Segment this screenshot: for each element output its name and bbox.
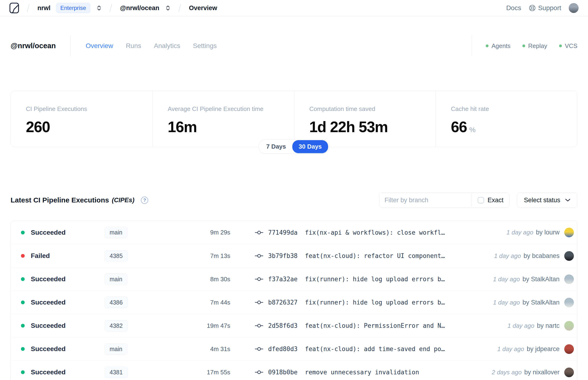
support-link[interactable]: Support [529, 4, 561, 12]
git-commit-icon [255, 277, 264, 282]
cipe-meta-cell: 1 day ago by StalkAltan [493, 274, 577, 284]
time-ago: 1 day ago [493, 276, 520, 283]
stat-cache-hit-rate: Cache hit rate 66% [436, 91, 577, 147]
branch-chip[interactable]: 4385 [104, 250, 128, 262]
chevron-down-icon [565, 198, 570, 202]
breadcrumb-workspace[interactable]: @nrwl/ocean [120, 4, 159, 12]
help-icon[interactable]: ? [141, 197, 148, 204]
branch-chip[interactable]: main [104, 273, 128, 285]
integration-vcs[interactable]: VCS [559, 42, 577, 50]
branch-chip[interactable]: main [104, 227, 128, 238]
commit-text[interactable]: 0918b0be remove unnecessary invalidation [268, 369, 419, 376]
tab-overview[interactable]: Overview [86, 42, 113, 50]
integration-label: Replay [528, 42, 547, 50]
cipes-section-header: Latest CI Pipeline Executions (CIPEs) ? … [11, 192, 577, 208]
range-30-days[interactable]: 30 Days [292, 140, 328, 153]
cipe-branch-cell: main [104, 343, 164, 355]
commit-text[interactable]: dfed80d3 feat(nx-cloud): add time-saved … [268, 345, 445, 353]
workspace-selector-icon[interactable] [165, 5, 171, 11]
branch-filter-group: Exact [379, 192, 510, 208]
tab-runs[interactable]: Runs [126, 42, 141, 50]
stat-value: 16m [168, 118, 294, 136]
status-dot-icon [21, 370, 25, 374]
cipe-meta-cell: 1 day ago by nartc [508, 321, 577, 331]
commit-text[interactable]: 3b79fb38 feat(nx-cloud): refactor UI com… [268, 252, 445, 259]
branch-chip[interactable]: main [104, 343, 128, 355]
cipe-meta-cell: 1 day ago by lourw [506, 228, 577, 237]
commit-text[interactable]: f37a32ae fix(runner): hide log upload er… [268, 276, 445, 283]
commit-text[interactable]: 2d58f6d3 feat(nx-cloud): PermissionError… [268, 322, 445, 329]
integration-agents[interactable]: Agents [486, 42, 511, 50]
cipe-table-body: Succeeded main 9m 29s 771499da fix(nx-ap… [11, 221, 577, 380]
time-ago: 1 day ago [497, 345, 524, 353]
docs-link[interactable]: Docs [506, 4, 521, 12]
exact-filter[interactable]: Exact [472, 193, 510, 208]
nx-cloud-overview-page: nrwl Enterprise @nrwl/ocean Overview Doc… [0, 0, 588, 380]
cipe-row[interactable]: Succeeded 4382 19m 47s 2d58f6d3 feat(nx-… [11, 314, 577, 337]
status-dot-icon [21, 324, 25, 327]
cipe-meta-cell: 1 day ago by StalkAltan [493, 298, 577, 307]
cipe-duration-cell: 7m 13s [164, 252, 230, 260]
cipe-branch-cell: 4381 [104, 367, 164, 378]
cipe-row[interactable]: Succeeded main 8m 30s f37a32ae fix(runne… [11, 267, 577, 291]
status-dot-icon [21, 254, 25, 258]
stat-label: Cache hit rate [451, 105, 577, 113]
enterprise-badge[interactable]: Enterprise [56, 3, 90, 13]
status-label: Succeeded [31, 299, 66, 306]
tab-settings[interactable]: Settings [193, 42, 217, 50]
range-7-days[interactable]: 7 Days [260, 143, 292, 150]
cipe-branch-cell: main [104, 227, 164, 238]
status-label: Succeeded [31, 368, 66, 376]
cipe-row[interactable]: Succeeded main 9m 29s 771499da fix(nx-ap… [11, 221, 577, 244]
integration-replay[interactable]: Replay [522, 42, 547, 50]
header-divider [472, 35, 472, 57]
author: by bcabanes [524, 252, 560, 260]
user-avatar[interactable] [569, 3, 579, 13]
cipes-title-suffix: (CIPEs) [112, 197, 134, 204]
time-ago: 2 days ago [492, 369, 522, 376]
cipe-branch-cell: 4386 [104, 297, 164, 308]
branch-chip[interactable]: 4386 [104, 297, 128, 308]
breadcrumb-page: Overview [189, 4, 217, 12]
cipe-status-cell: Succeeded [11, 275, 104, 283]
cipe-row[interactable]: Succeeded 4381 17m 55s 0918b0be remove u… [11, 361, 577, 380]
status-label: Succeeded [31, 275, 66, 283]
integration-statuses: Agents Replay VCS [472, 35, 577, 57]
cipe-row[interactable]: Failed 4385 7m 13s 3b79fb38 feat(nx-clou… [11, 244, 577, 267]
cipe-status-cell: Succeeded [11, 299, 104, 306]
cipe-duration-cell: 4m 31s [164, 345, 230, 353]
cipe-commit-cell: b8726327 fix(runner): hide log upload er… [255, 299, 445, 306]
breadcrumb-separator [178, 4, 181, 12]
status-dot-icon [522, 44, 525, 47]
branch-chip[interactable]: 4381 [104, 367, 128, 378]
commit-text[interactable]: b8726327 fix(runner): hide log upload er… [268, 299, 445, 306]
breadcrumb-org[interactable]: nrwl [38, 4, 51, 12]
cipe-status-cell: Succeeded [11, 322, 104, 329]
git-commit-icon [255, 230, 264, 235]
time-ago: 1 day ago [493, 299, 520, 306]
cipe-branch-cell: main [104, 273, 164, 285]
cipe-table: Succeeded main 9m 29s 771499da fix(nx-ap… [11, 221, 577, 380]
commit-text[interactable]: 771499da fix(nx-api & workflows): close … [268, 229, 445, 236]
cipe-commit-cell: f37a32ae fix(runner): hide log upload er… [255, 276, 445, 283]
time-ago: 1 day ago [506, 229, 533, 236]
time-ago: 1 day ago [508, 322, 534, 329]
cipe-branch-cell: 4385 [104, 250, 164, 262]
status-label: Succeeded [31, 322, 66, 329]
select-status-dropdown[interactable]: Select status [517, 192, 577, 208]
cipe-meta-cell: 1 day ago by jdpearce [497, 344, 577, 354]
branch-chip[interactable]: 4382 [104, 320, 128, 332]
tab-analytics[interactable]: Analytics [154, 42, 180, 50]
cipe-duration-cell: 8m 30s [164, 276, 230, 283]
org-selector-icon[interactable] [96, 5, 102, 11]
git-commit-icon [255, 323, 264, 328]
nx-cloud-logo-icon[interactable] [9, 2, 19, 13]
cipe-row[interactable]: Succeeded main 4m 31s dfed80d3 feat(nx-c… [11, 337, 577, 361]
status-dot-icon [21, 347, 25, 351]
author: by jdpearce [527, 345, 560, 353]
exact-checkbox[interactable] [478, 197, 484, 203]
select-status-label: Select status [524, 197, 560, 204]
branch-filter-input[interactable] [379, 193, 472, 208]
author-avatar [564, 344, 574, 354]
cipe-row[interactable]: Succeeded 4386 7m 44s b8726327 fix(runne… [11, 291, 577, 314]
